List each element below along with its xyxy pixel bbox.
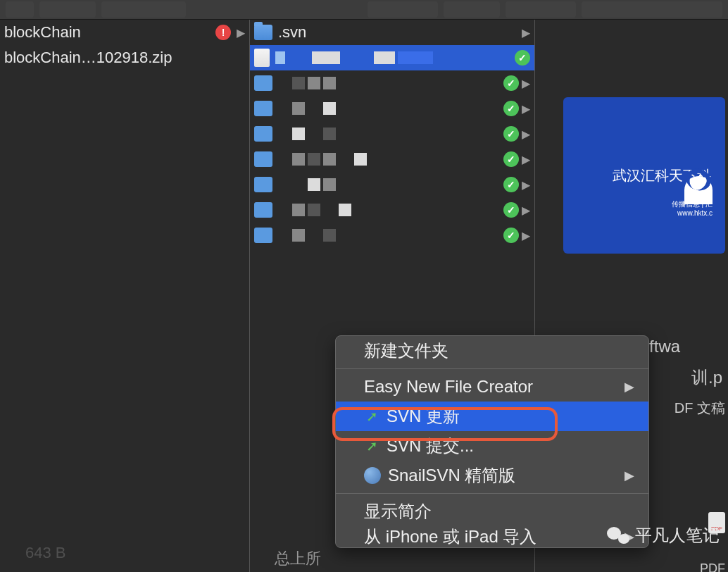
- toolbar-group[interactable]: [444, 1, 500, 18]
- chevron-right-icon: ▶: [522, 229, 530, 242]
- file-item-blurred[interactable]: ✓ ▶: [250, 172, 534, 197]
- watermark: 平凡人笔记: [607, 524, 720, 547]
- file-item-blurred[interactable]: ✓ ▶: [250, 147, 534, 172]
- context-menu: 新建文件夹 Easy New File Creator ▶ ➚ SVN 更新 ➚…: [335, 335, 649, 548]
- column-left: blockChain ! ▶ blockChain…102918.zip: [0, 20, 250, 572]
- chevron-right-icon: ▶: [522, 77, 530, 90]
- file-item-blurred[interactable]: ✓ ▶: [250, 96, 534, 121]
- status-ok-icon: ✓: [503, 126, 519, 142]
- menu-label: 新建文件夹: [364, 340, 448, 362]
- menu-label: Easy New File Creator: [364, 377, 533, 397]
- status-ok-icon: ✓: [503, 177, 519, 192]
- menu-label: SnailSVN 精简版: [388, 464, 515, 487]
- menu-item-svn-update[interactable]: ➚ SVN 更新: [336, 402, 648, 431]
- item-label: blockChain…102918.zip: [4, 49, 245, 67]
- file-item-blurred[interactable]: ✓ ▶: [250, 70, 534, 96]
- item-label-blurred: [275, 51, 509, 64]
- size-text: 643 B: [25, 544, 66, 562]
- folder-icon: [254, 228, 272, 243]
- folder-icon: [254, 25, 272, 40]
- folder-icon: [254, 101, 272, 116]
- status-ok-icon: ✓: [515, 50, 530, 66]
- folder-icon: [254, 177, 272, 192]
- svn-commit-icon: ➚: [364, 438, 379, 454]
- finder-toolbar: [0, 0, 728, 20]
- toolbar-group[interactable]: [368, 1, 438, 18]
- folder-icon: [254, 202, 272, 218]
- file-item-blurred[interactable]: ✓ ▶: [250, 121, 534, 147]
- snail-icon: [364, 467, 381, 484]
- item-label: blockChain: [4, 23, 210, 42]
- status-ok-icon: ✓: [503, 151, 519, 167]
- toolbar-group[interactable]: [101, 1, 186, 18]
- menu-separator: [336, 493, 648, 494]
- svn-update-icon: ➚: [364, 409, 379, 424]
- folder-icon: [254, 75, 272, 91]
- menu-item-new-folder[interactable]: 新建文件夹: [336, 336, 648, 366]
- chevron-right-icon: ▶: [625, 379, 634, 394]
- toolbar-group[interactable]: [582, 1, 722, 18]
- folder-item-svn[interactable]: .svn ▶: [250, 20, 534, 45]
- chevron-right-icon: ▶: [522, 128, 530, 141]
- partial-text: 总上所: [275, 548, 321, 569]
- watermark-text: 平凡人笔记: [635, 524, 720, 547]
- toolbar-group[interactable]: [39, 1, 96, 18]
- chevron-right-icon: ▶: [522, 153, 530, 166]
- status-ok-icon: ✓: [503, 228, 519, 243]
- chevron-right-icon: ▶: [522, 178, 530, 192]
- wechat-icon: [607, 526, 629, 545]
- file-item-blurred[interactable]: ✓ ▶: [250, 197, 534, 223]
- powerpoint-icon: [254, 49, 270, 67]
- chevron-right-icon: ▶: [625, 468, 634, 483]
- item-label: .svn: [278, 23, 516, 42]
- chevron-right-icon: ▶: [522, 204, 530, 217]
- menu-item-snailsvn[interactable]: SnailSVN 精简版 ▶: [336, 461, 648, 490]
- file-item-zip[interactable]: blockChain…102918.zip: [0, 45, 249, 70]
- toolbar-group[interactable]: [6, 1, 34, 18]
- menu-item-easy-new-file[interactable]: Easy New File Creator ▶: [336, 372, 648, 402]
- menu-item-svn-commit[interactable]: ➚ SVN 提交...: [336, 431, 648, 461]
- folder-icon: [254, 151, 272, 167]
- menu-label: SVN 更新: [387, 405, 460, 428]
- toolbar-group[interactable]: [506, 1, 576, 18]
- menu-item-import-iphone[interactable]: 从 iPhone 或 iPad 导入 ▶: [336, 526, 648, 547]
- menu-label: 显示简介: [364, 500, 432, 523]
- chevron-right-icon: ▶: [522, 26, 530, 39]
- menu-separator: [336, 368, 648, 369]
- status-ok-icon: ✓: [503, 202, 519, 218]
- file-item-blurred[interactable]: ✓ ▶: [250, 223, 534, 248]
- status-ok-icon: ✓: [503, 75, 519, 91]
- pdf-label: PDF: [559, 561, 728, 572]
- status-ok-icon: ✓: [503, 101, 519, 116]
- status-error-icon: !: [215, 25, 231, 40]
- menu-item-get-info[interactable]: 显示简介: [336, 497, 648, 526]
- folder-item-blockchain[interactable]: blockChain ! ▶: [0, 20, 249, 45]
- menu-label: SVN 提交...: [387, 435, 474, 457]
- preview-thumbnail: 武汉汇科天下科 传播信息 | 汇 www.hktx.c: [563, 97, 725, 254]
- menu-label: 从 iPhone 或 iPad 导入: [364, 526, 536, 547]
- chevron-right-icon: ▶: [522, 102, 530, 116]
- preview-subtext: 传播信息 | 汇 www.hktx.c: [672, 199, 713, 217]
- file-item-selected[interactable]: ✓: [250, 45, 534, 70]
- folder-icon: [254, 126, 272, 142]
- chevron-right-icon: ▶: [237, 26, 245, 39]
